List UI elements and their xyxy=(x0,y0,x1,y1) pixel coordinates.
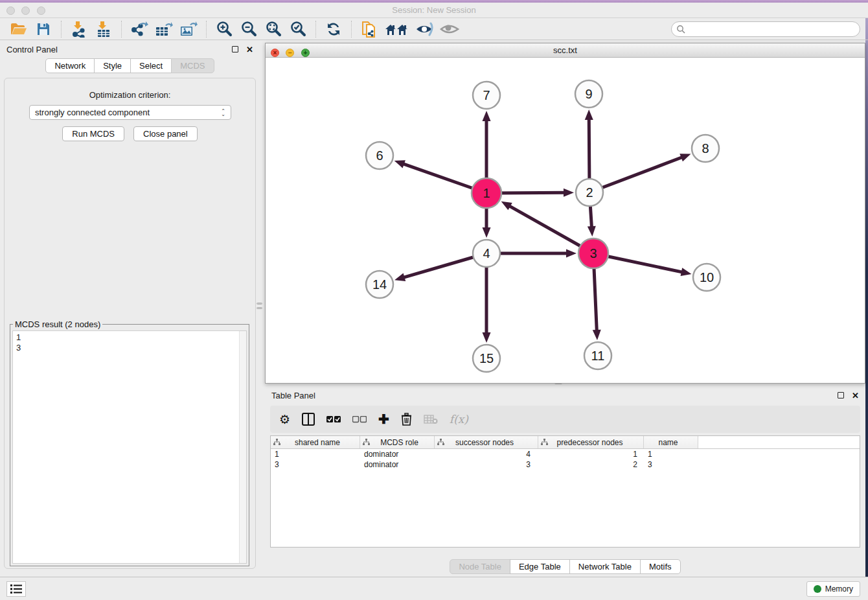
add-row-icon[interactable]: ✚ xyxy=(378,411,389,427)
result-scrollbar[interactable] xyxy=(239,331,246,563)
graph-node-4[interactable]: 4 xyxy=(473,240,500,267)
export-image-icon[interactable] xyxy=(179,20,198,38)
task-history-button[interactable] xyxy=(6,581,26,597)
graph-node-6[interactable]: 6 xyxy=(366,142,393,169)
import-table-icon[interactable] xyxy=(94,20,113,38)
main-toolbar xyxy=(0,18,868,40)
toolbar-separator xyxy=(351,21,352,38)
tab-style[interactable]: Style xyxy=(94,58,131,73)
gear-icon[interactable]: ⚙ xyxy=(279,411,290,427)
close-panel-icon[interactable]: ✕ xyxy=(246,45,253,54)
control-panel: Control Panel ✕ NetworkStyleSelectMCDS O… xyxy=(0,40,260,571)
memory-button[interactable]: Memory xyxy=(806,581,860,597)
net-close-icon[interactable]: × xyxy=(271,49,279,57)
tab-select[interactable]: Select xyxy=(130,58,172,73)
column-header-shared-name[interactable]: shared name xyxy=(271,436,360,448)
table-cell[interactable]: 2 xyxy=(538,460,644,469)
save-session-icon[interactable] xyxy=(34,20,53,38)
table-row[interactable]: 3dominator323 xyxy=(271,459,860,470)
import-network-icon[interactable] xyxy=(69,20,89,38)
status-bar: Memory xyxy=(0,577,868,600)
table-tab-motifs[interactable]: Motifs xyxy=(640,559,681,574)
column-header-successor-nodes[interactable]: successor nodes xyxy=(435,436,538,448)
net-minimize-icon[interactable]: − xyxy=(286,49,294,57)
vertical-splitter[interactable] xyxy=(257,307,262,309)
net-zoom-icon[interactable]: + xyxy=(301,49,310,57)
search-input[interactable] xyxy=(671,21,860,37)
graph-node-9[interactable]: 9 xyxy=(575,80,602,108)
vertical-splitter[interactable] xyxy=(257,303,262,305)
deselect-all-rows-icon[interactable] xyxy=(352,411,367,427)
criterion-value: strongly connected component xyxy=(35,108,221,117)
table-row[interactable]: 1dominator411 xyxy=(271,449,860,459)
tab-mcds[interactable]: MCDS xyxy=(171,58,214,73)
table-tab-node-table[interactable]: Node Table xyxy=(450,559,510,574)
table-cell[interactable]: 3 xyxy=(435,460,538,469)
zoom-out-icon[interactable] xyxy=(239,20,258,38)
table-cell[interactable]: 1 xyxy=(271,450,360,459)
graph-node-2[interactable]: 2 xyxy=(576,179,603,206)
table-cell[interactable]: 1 xyxy=(538,450,644,459)
graph-node-3[interactable]: 3 xyxy=(578,238,608,268)
select-all-rows-icon[interactable] xyxy=(326,411,341,427)
network-overview-icon[interactable] xyxy=(384,20,410,38)
show-all-icon[interactable] xyxy=(440,20,459,38)
criterion-select[interactable]: strongly connected component ⌃⌄ xyxy=(29,105,231,120)
run-mcds-button[interactable]: Run MCDS xyxy=(62,126,124,141)
graph-node-15[interactable]: 15 xyxy=(473,345,500,372)
column-chooser-icon[interactable] xyxy=(302,411,315,427)
graph-node-8[interactable]: 8 xyxy=(692,135,719,162)
hierarchy-icon xyxy=(273,439,280,446)
delete-row-icon[interactable] xyxy=(401,411,412,427)
graph-node-7[interactable]: 7 xyxy=(473,82,500,109)
table-cell[interactable]: 4 xyxy=(435,450,538,459)
float-table-panel-icon[interactable] xyxy=(838,392,844,398)
table-tab-network-table[interactable]: Network Table xyxy=(569,559,641,574)
duplicate-network-icon[interactable] xyxy=(360,20,379,38)
zoom-in-icon[interactable] xyxy=(214,20,234,38)
arrowhead-1-4 xyxy=(483,227,491,238)
graph-node-11[interactable]: 11 xyxy=(584,342,611,369)
svg-text:15: 15 xyxy=(479,351,494,365)
table-cell[interactable]: dominator xyxy=(360,460,435,469)
column-header-predecessor-nodes[interactable]: predecessor nodes xyxy=(538,436,644,448)
column-label: shared name xyxy=(280,438,360,447)
node-table[interactable]: shared nameMCDS rolesuccessor nodesprede… xyxy=(270,435,860,548)
search-field xyxy=(671,21,860,37)
table-cell[interactable]: 1 xyxy=(644,450,698,459)
svg-text:3: 3 xyxy=(589,246,597,260)
table-tab-edge-table[interactable]: Edge Table xyxy=(510,559,570,574)
graph-node-14[interactable]: 14 xyxy=(366,271,393,298)
zoom-selected-icon[interactable] xyxy=(288,20,308,38)
graph-node-1[interactable]: 1 xyxy=(472,178,501,208)
table-cell[interactable]: dominator xyxy=(360,450,435,459)
table-toolbar: ⚙ ✚ f(x) xyxy=(270,406,860,433)
graph-node-10[interactable]: 10 xyxy=(693,264,720,291)
zoom-fit-icon[interactable] xyxy=(264,20,283,38)
window-zoom-button[interactable] xyxy=(37,6,45,15)
toolbar-separator xyxy=(315,21,316,38)
network-window-titlebar[interactable]: × − + scc.txt xyxy=(266,43,865,58)
tab-network[interactable]: Network xyxy=(45,58,95,73)
network-canvas[interactable]: 7968124314101511 xyxy=(266,58,865,383)
table-cell[interactable]: 3 xyxy=(644,460,698,469)
refresh-layout-icon[interactable] xyxy=(324,20,343,38)
close-table-panel-icon[interactable]: ✕ xyxy=(852,391,859,400)
window-minimize-button[interactable] xyxy=(21,6,30,15)
network-view-window: × − + scc.txt 7968124314101511 xyxy=(265,43,865,384)
open-session-icon[interactable] xyxy=(9,20,29,38)
svg-text:10: 10 xyxy=(700,270,714,284)
hide-selected-icon[interactable] xyxy=(415,20,435,38)
arrowhead-3-10 xyxy=(681,268,692,276)
close-panel-button[interactable]: Close panel xyxy=(133,126,198,141)
edge-2-8[interactable] xyxy=(589,157,682,192)
column-header-mcds-role[interactable]: MCDS role xyxy=(360,436,435,448)
window-close-button[interactable] xyxy=(6,6,15,15)
export-network-icon[interactable] xyxy=(130,20,149,38)
arrowhead-2-3 xyxy=(588,226,596,237)
mcds-result-text[interactable]: 13 xyxy=(12,330,247,564)
float-panel-icon[interactable] xyxy=(232,46,238,52)
column-header-name[interactable]: name xyxy=(644,436,698,448)
table-cell[interactable]: 3 xyxy=(271,460,360,469)
export-table-icon[interactable] xyxy=(154,20,174,38)
